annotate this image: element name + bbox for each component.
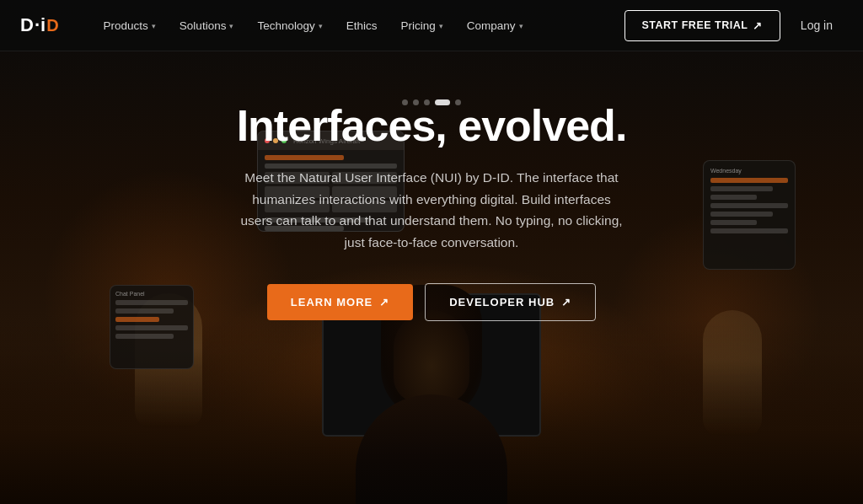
hero-title: Interfaces, evolved.	[237, 102, 627, 150]
nav-item-pricing[interactable]: Pricing ▾	[390, 13, 453, 39]
nav-label-products: Products	[104, 19, 148, 32]
logo[interactable]: D·iD	[20, 14, 60, 36]
chevron-down-icon: ▾	[519, 22, 523, 30]
trial-arrow-icon: ↗	[753, 19, 763, 32]
hero-section: Interfaces, evolved. Meet the Natural Us…	[0, 51, 863, 321]
chevron-down-icon: ▾	[152, 22, 156, 30]
hero-subtitle: Meet the Natural User Interface (NUI) by…	[238, 167, 625, 253]
learn-more-arrow-icon: ↗	[379, 296, 389, 308]
nav-label-solutions: Solutions	[180, 19, 227, 32]
nav-item-solutions[interactable]: Solutions ▾	[169, 13, 244, 39]
nav-item-ethics[interactable]: Ethics	[336, 13, 388, 39]
developer-hub-button[interactable]: DEVELOPER HUB ↗	[425, 283, 596, 321]
nav-item-company[interactable]: Company ▾	[457, 13, 533, 39]
login-label: Log in	[801, 19, 833, 32]
developer-hub-label: DEVELOPER HUB	[449, 296, 555, 308]
learn-more-label: LEARN MORE	[291, 296, 373, 308]
learn-more-button[interactable]: LEARN MORE ↗	[267, 284, 413, 320]
chevron-down-icon: ▾	[319, 22, 323, 30]
chevron-down-icon: ▾	[229, 22, 233, 30]
login-button[interactable]: Log in	[791, 12, 843, 39]
developer-hub-arrow-icon: ↗	[561, 296, 571, 308]
start-trial-button[interactable]: START FREE TRIAL ↗	[624, 10, 780, 41]
person-head	[394, 310, 469, 403]
nav-item-products[interactable]: Products ▾	[94, 13, 166, 39]
nav-label-company: Company	[467, 19, 516, 32]
nav-label-ethics: Ethics	[346, 19, 378, 32]
ui-line	[115, 334, 174, 339]
nav-item-technology[interactable]: Technology ▾	[247, 13, 332, 39]
ui-line	[115, 325, 188, 330]
nav-links: Products ▾ Solutions ▾ Technology ▾ Ethi…	[94, 13, 624, 39]
hero-buttons: LEARN MORE ↗ DEVELOPER HUB ↗	[267, 283, 596, 321]
chevron-down-icon: ▾	[439, 22, 443, 30]
nav-label-technology: Technology	[257, 19, 314, 32]
logo-text: D·iD	[20, 14, 60, 36]
hologram-avatar-right	[703, 310, 762, 437]
trial-button-label: START FREE TRIAL	[642, 19, 748, 31]
nav-label-pricing: Pricing	[400, 19, 435, 32]
nav-actions: START FREE TRIAL ↗ Log in	[624, 10, 843, 41]
navbar: D·iD Products ▾ Solutions ▾ Technology ▾…	[0, 0, 863, 51]
